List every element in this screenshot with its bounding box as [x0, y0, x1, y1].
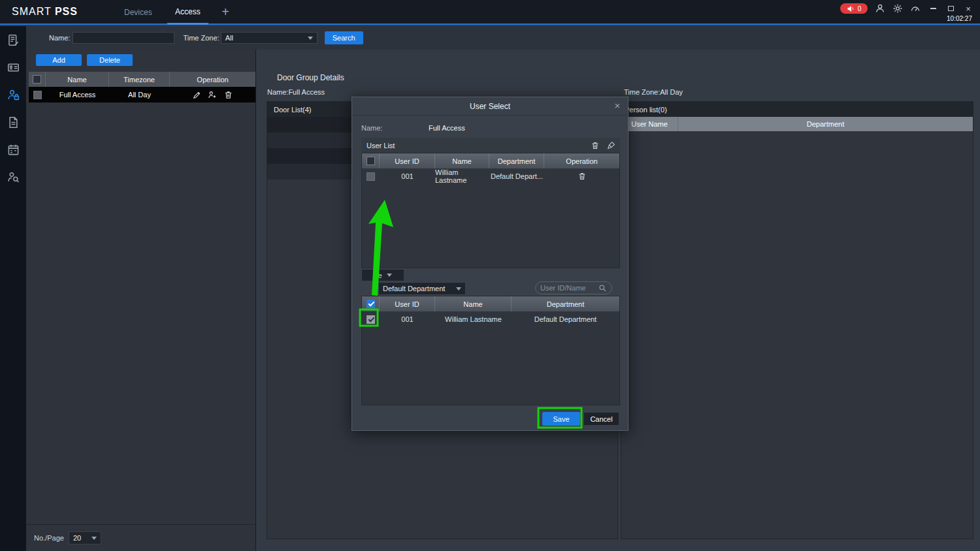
row-checkbox[interactable] [367, 315, 375, 324]
door-group-details-title: Door Group Details [277, 73, 344, 82]
selected-users-header: User ID Name Department Operation [362, 153, 619, 168]
alert-badge[interactable]: 0 [840, 3, 868, 14]
chevron-down-icon [456, 287, 461, 291]
minimize-button[interactable] [928, 3, 938, 14]
group-table-header: Name Timezone Operation [29, 72, 255, 87]
header-user-id: User ID [380, 296, 435, 311]
chevron-down-icon [308, 37, 313, 40]
logo-smart: SMART [12, 6, 51, 17]
id-card-icon[interactable] [7, 61, 20, 74]
page-size-value: 20 [73, 534, 81, 542]
tab-devices[interactable]: Devices [116, 0, 160, 25]
dialog-close-button[interactable]: × [612, 100, 623, 111]
group-timezone-cell: All Day [109, 87, 170, 102]
selected-users-table: User ID Name Department Operation 001 Wi… [361, 153, 620, 268]
delete-icon[interactable] [223, 90, 233, 100]
delete-button[interactable]: Delete [87, 54, 133, 66]
user-name-cell: William Lastname [435, 168, 489, 184]
mode-dropdown-value: de [374, 272, 382, 279]
cancel-button[interactable]: Cancel [583, 412, 619, 426]
user-search-box[interactable] [535, 281, 612, 294]
add-person-icon[interactable] [208, 90, 218, 100]
smartpss-window: SMART PSS Devices Access + 0 × 10:02:27 [0, 0, 980, 551]
pager-label: No./Page [34, 534, 64, 542]
user-id-cell: 001 [380, 311, 435, 327]
row-checkbox[interactable] [33, 91, 42, 99]
maximize-icon [948, 6, 954, 11]
mode-dropdown[interactable]: de [361, 269, 404, 281]
user-list-bar: User List [361, 138, 620, 153]
save-button[interactable]: Save [542, 412, 580, 426]
app-logo: SMART PSS [12, 6, 78, 18]
person-list-panel: Person list(0) User Name Department [621, 101, 973, 539]
delete-all-icon[interactable] [591, 141, 600, 150]
row-checkbox[interactable] [367, 172, 375, 181]
selected-user-row[interactable]: 001 William Lastname Default Depart... [362, 168, 619, 184]
search-icon[interactable] [598, 284, 607, 292]
logo-pss: PSS [55, 6, 78, 17]
header-department: Department [489, 153, 544, 168]
department-cell: Default Department [512, 311, 619, 327]
timezone-dropdown[interactable]: All [221, 32, 318, 44]
dialog-name-label: Name: [361, 124, 382, 132]
department-dropdown[interactable]: Default Department [378, 282, 466, 295]
search-button[interactable]: Search [325, 31, 363, 44]
edit-icon[interactable] [192, 90, 202, 100]
header-department: Department [512, 296, 619, 311]
source-users-header: User ID Name Department [362, 296, 619, 311]
group-table: Name Timezone Operation Full Access All … [29, 72, 255, 102]
report-icon[interactable] [7, 116, 20, 129]
chevron-down-icon [91, 537, 97, 540]
close-button[interactable]: × [963, 3, 973, 14]
user-icon[interactable] [875, 3, 885, 14]
header-timezone: Timezone [109, 72, 170, 87]
timezone-filter-label: Time Zone: [183, 34, 219, 42]
speaker-icon [847, 5, 855, 13]
name-filter-label: Name: [49, 34, 70, 42]
timezone-dropdown-value: All [225, 34, 233, 42]
pager: No./Page 20 [26, 524, 255, 551]
titlebar: SMART PSS Devices Access + 0 × 10:02:27 [0, 0, 980, 25]
chevron-down-icon [387, 274, 392, 277]
header-name: Name [46, 72, 109, 87]
clear-icon[interactable] [607, 141, 616, 150]
dialog-title-text: User Select [470, 102, 510, 111]
header-operation: Operation [544, 153, 619, 168]
minimize-icon [930, 8, 936, 9]
department-cell: Default Depart... [489, 168, 544, 184]
new-tab-button[interactable]: + [218, 5, 233, 20]
source-users-table: User ID Name Department 001 William Last… [361, 296, 620, 405]
tab-access[interactable]: Access [167, 0, 208, 25]
select-all-checkbox[interactable] [33, 75, 41, 84]
clock-display: 10:02:27 [947, 15, 972, 22]
maximize-button[interactable] [945, 3, 956, 14]
header-department: Department [678, 117, 973, 131]
person-list-header: Person list(0) [621, 102, 973, 117]
selected-select-all-checkbox[interactable] [367, 157, 375, 165]
gauge-icon[interactable] [910, 3, 921, 14]
dialog-name-value: Full Access [429, 124, 465, 132]
source-select-all-checkbox[interactable] [367, 300, 375, 308]
filter-bar: Name: Time Zone: All Search [26, 26, 980, 50]
person-search-icon[interactable] [7, 170, 20, 183]
header-name: Name [435, 296, 512, 311]
group-table-row[interactable]: Full Access All Day [29, 87, 255, 102]
user-search-input[interactable] [540, 284, 598, 292]
source-user-row[interactable]: 001 William Lastname Default Department [362, 311, 619, 327]
user-id-cell: 001 [380, 168, 435, 184]
add-button[interactable]: Add [36, 54, 82, 66]
log-icon[interactable] [7, 33, 20, 46]
delete-icon[interactable] [578, 172, 587, 181]
department-dropdown-value: Default Department [383, 285, 445, 292]
person-table-header: User Name Department [621, 117, 973, 131]
gear-icon[interactable] [892, 3, 903, 14]
header-name: Name [435, 153, 489, 168]
alert-count: 0 [858, 5, 862, 12]
header-operation: Operation [170, 72, 255, 87]
calendar-icon[interactable] [7, 143, 20, 156]
user-name-cell: William Lastname [435, 311, 512, 327]
name-filter-input[interactable] [73, 32, 174, 44]
sidebar [0, 26, 26, 551]
page-size-dropdown[interactable]: 20 [69, 531, 101, 544]
user-lock-icon[interactable] [7, 88, 20, 101]
